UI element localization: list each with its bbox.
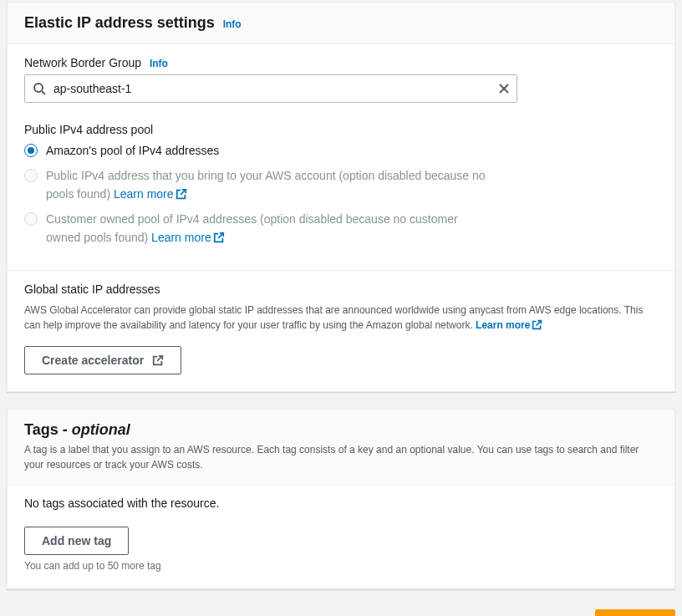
- clear-icon[interactable]: [497, 82, 511, 95]
- settings-panel-header: Elastic IP address settings Info: [8, 3, 674, 44]
- settings-title: Elastic IP address settings: [24, 14, 215, 31]
- network-border-input[interactable]: [24, 74, 517, 103]
- external-link-icon: [213, 232, 225, 243]
- cancel-button[interactable]: Cancel: [512, 609, 583, 616]
- learn-more-link[interactable]: Learn more: [476, 319, 542, 331]
- elastic-ip-settings-panel: Elastic IP address settings Info Network…: [7, 2, 675, 392]
- pool-option-label: Customer owned pool of IPv4 addresses (o…: [46, 210, 492, 247]
- external-link-icon: [152, 354, 164, 366]
- external-link-icon: [176, 188, 187, 200]
- learn-more-link[interactable]: Learn more: [151, 231, 225, 244]
- radio-icon: [24, 169, 38, 182]
- network-border-label: Network Border Group: [24, 56, 141, 69]
- global-ip-section: Global static IP addresses AWS Global Ac…: [8, 270, 674, 391]
- pool-radio-group: Amazon's pool of IPv4 addresses Public I…: [24, 141, 658, 247]
- tags-panel-header: Tags - optional A tag is a label that yo…: [8, 410, 674, 485]
- pool-option-byoip: Public IPv4 address that you bring to yo…: [24, 166, 492, 203]
- pool-option-label: Public IPv4 address that you bring to yo…: [46, 166, 492, 203]
- footer-actions: Cancel Allocate: [7, 606, 675, 616]
- external-link-icon: [532, 319, 542, 330]
- allocate-button[interactable]: Allocate: [595, 609, 675, 616]
- tags-title: Tags - optional: [24, 421, 130, 438]
- pool-option-customer: Customer owned pool of IPv4 addresses (o…: [24, 210, 492, 247]
- pool-option-amazon[interactable]: Amazon's pool of IPv4 addresses: [24, 141, 658, 160]
- pool-label: Public IPv4 address pool: [24, 123, 658, 136]
- radio-icon: [24, 212, 38, 226]
- radio-icon: [24, 144, 38, 157]
- tags-description: A tag is a label that you assign to an A…: [24, 442, 658, 472]
- tags-empty-text: No tags associated with the resource.: [24, 496, 658, 510]
- pool-option-label: Amazon's pool of IPv4 addresses: [46, 141, 658, 160]
- global-ip-heading: Global static IP addresses: [24, 283, 658, 296]
- network-border-field: Network Border Group Info: [24, 56, 658, 103]
- settings-info-link[interactable]: Info: [223, 18, 242, 30]
- learn-more-link[interactable]: Learn more: [114, 187, 187, 201]
- network-border-info-link[interactable]: Info: [150, 58, 168, 69]
- global-ip-description: AWS Global Accelerator can provide globa…: [24, 303, 658, 333]
- create-accelerator-button[interactable]: Create accelerator: [24, 346, 181, 374]
- add-tag-button[interactable]: Add new tag: [24, 527, 129, 555]
- tags-panel: Tags - optional A tag is a label that yo…: [7, 409, 675, 589]
- tags-limit-text: You can add up to 50 more tag: [24, 560, 658, 572]
